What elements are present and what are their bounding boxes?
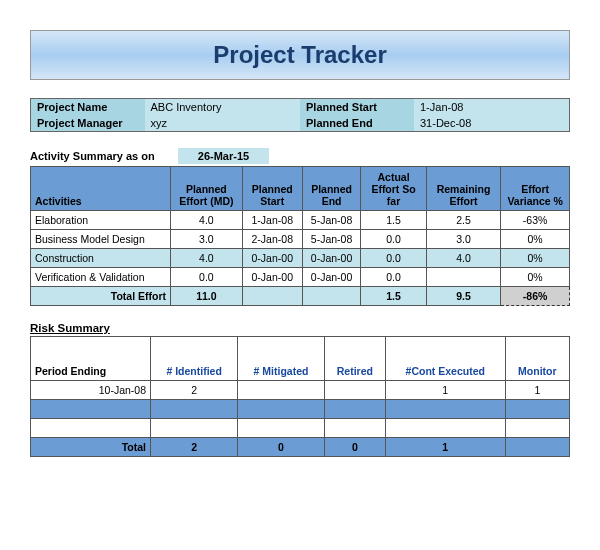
cell-pend: 0-Jan-00 (302, 268, 361, 287)
activity-table: Activities Planned Effort (MD) Planned S… (30, 166, 570, 306)
activity-header-row: Activities Planned Effort (MD) Planned S… (31, 167, 570, 211)
risk-total-cont: 1 (385, 438, 505, 457)
cell-ret (324, 381, 385, 400)
activity-summary-date: 26-Mar-15 (178, 148, 269, 164)
cell-pe: 0.0 (171, 268, 243, 287)
cell-ps: 2-Jan-08 (242, 230, 302, 249)
cell-ae: 0.0 (361, 249, 426, 268)
activity-row: Business Model Design 3.0 2-Jan-08 5-Jan… (31, 230, 570, 249)
col-retired: Retired (324, 337, 385, 381)
total-pe: 11.0 (171, 287, 243, 306)
risk-table: Period Ending # Identified # Mitigated R… (30, 336, 570, 457)
cell-ps: 0-Jan-00 (242, 249, 302, 268)
activity-row: Elaboration 4.0 1-Jan-08 5-Jan-08 1.5 2.… (31, 211, 570, 230)
cell-id: 2 (151, 381, 238, 400)
col-period: Period Ending (31, 337, 151, 381)
activity-row: Verification & Validation 0.0 0-Jan-00 0… (31, 268, 570, 287)
total-re: 9.5 (426, 287, 501, 306)
cell-activity: Construction (31, 249, 171, 268)
risk-summary-heading: Risk Summary (30, 322, 570, 334)
cell-pend: 0-Jan-00 (302, 249, 361, 268)
total-ae: 1.5 (361, 287, 426, 306)
risk-row: 10-Jan-08 2 1 1 (31, 381, 570, 400)
activity-summary-heading: Activity Summary as on (30, 150, 155, 162)
planned-end-value: 31-Dec-08 (414, 115, 570, 132)
title-band: Project Tracker (30, 30, 570, 80)
total-blank (242, 287, 302, 306)
project-manager-value: xyz (145, 115, 300, 132)
total-blank (302, 287, 361, 306)
cell-pend: 5-Jan-08 (302, 230, 361, 249)
cell-re: 4.0 (426, 249, 501, 268)
col-mitigated: # Mitigated (238, 337, 324, 381)
cell-ev: 0% (501, 230, 570, 249)
cell-ev: -63% (501, 211, 570, 230)
risk-header-row: Period Ending # Identified # Mitigated R… (31, 337, 570, 381)
activity-row: Construction 4.0 0-Jan-00 0-Jan-00 0.0 4… (31, 249, 570, 268)
risk-total-mit: 0 (238, 438, 324, 457)
cell-mit (238, 381, 324, 400)
cell-ae: 0.0 (361, 268, 426, 287)
cell-ev: 0% (501, 249, 570, 268)
col-variance: Effort Variance % (501, 167, 570, 211)
cell-activity: Verification & Validation (31, 268, 171, 287)
cell-activity: Elaboration (31, 211, 171, 230)
cell-blank (31, 419, 151, 438)
project-name-value: ABC Inventory (145, 99, 300, 116)
cell-pe: 3.0 (171, 230, 243, 249)
total-label: Total Effort (31, 287, 171, 306)
cell-pe: 4.0 (171, 249, 243, 268)
cell-ps: 1-Jan-08 (242, 211, 302, 230)
page-title: Project Tracker (213, 41, 386, 68)
col-actual-effort: Actual Effort So far (361, 167, 426, 211)
risk-total-label: Total (31, 438, 151, 457)
activity-summary-heading-row: Activity Summary as on 26-Mar-15 (30, 148, 570, 164)
cell-ev: 0% (501, 268, 570, 287)
risk-total-row: Total 2 0 0 1 (31, 438, 570, 457)
cell-pe: 4.0 (171, 211, 243, 230)
cell-re (426, 268, 501, 287)
project-name-label: Project Name (31, 99, 145, 116)
cell-period: 10-Jan-08 (31, 381, 151, 400)
cell-activity: Business Model Design (31, 230, 171, 249)
col-remaining: Remaining Effort (426, 167, 501, 211)
risk-total-mon (505, 438, 569, 457)
planned-start-label: Planned Start (300, 99, 414, 116)
cell-re: 3.0 (426, 230, 501, 249)
cell-cont: 1 (385, 381, 505, 400)
col-identified: # Identified (151, 337, 238, 381)
risk-empty-row (31, 400, 570, 419)
risk-total-id: 2 (151, 438, 238, 457)
project-manager-label: Project Manager (31, 115, 145, 132)
cell-re: 2.5 (426, 211, 501, 230)
risk-empty-row (31, 419, 570, 438)
col-activities: Activities (31, 167, 171, 211)
activity-total-row: Total Effort 11.0 1.5 9.5 -86% (31, 287, 570, 306)
cell-ps: 0-Jan-00 (242, 268, 302, 287)
risk-total-ret: 0 (324, 438, 385, 457)
cell-blank (31, 400, 151, 419)
planned-end-label: Planned End (300, 115, 414, 132)
cell-mon: 1 (505, 381, 569, 400)
planned-start-value: 1-Jan-08 (414, 99, 570, 116)
total-ev: -86% (501, 287, 570, 306)
cell-pend: 5-Jan-08 (302, 211, 361, 230)
col-cont: #Cont Executed (385, 337, 505, 381)
col-planned-effort: Planned Effort (MD) (171, 167, 243, 211)
col-planned-start: Planned Start (242, 167, 302, 211)
project-info-box: Project Name ABC Inventory Planned Start… (30, 98, 570, 132)
col-planned-end: Planned End (302, 167, 361, 211)
cell-ae: 0.0 (361, 230, 426, 249)
col-monitor: Monitor (505, 337, 569, 381)
cell-ae: 1.5 (361, 211, 426, 230)
